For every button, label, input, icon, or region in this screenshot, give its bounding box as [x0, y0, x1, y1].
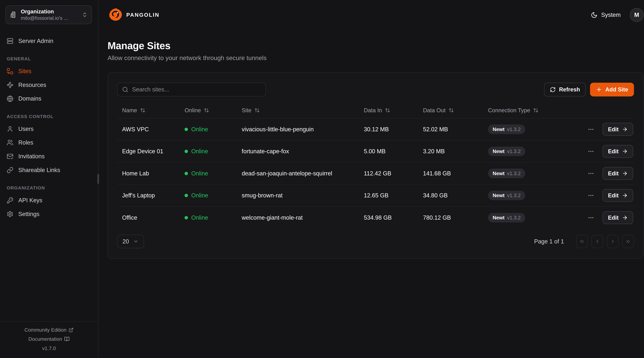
org-selector[interactable]: Organization milo@fossorial.io's ... — [6, 5, 92, 24]
book-open-icon — [64, 336, 70, 342]
search-icon — [122, 86, 128, 93]
chevron-right-icon — [610, 238, 616, 244]
sort-icon — [204, 108, 209, 113]
pangolin-logo-icon — [108, 7, 123, 23]
connection-client: Newt — [493, 193, 505, 198]
connection-badge: Newt v1.3.2 — [488, 169, 525, 178]
sidebar-resize-handle[interactable] — [97, 174, 99, 184]
connection-client: Newt — [493, 127, 505, 132]
row-menu-button[interactable] — [586, 213, 596, 223]
column-header-data-out[interactable]: Data Out — [418, 107, 483, 114]
previous-page-button[interactable] — [592, 235, 603, 248]
combine-icon — [7, 68, 14, 75]
link-icon — [7, 167, 14, 174]
cell-name: Edge Device 01 — [117, 148, 180, 155]
external-link-icon — [68, 328, 74, 333]
online-status-label: Online — [191, 126, 208, 133]
sidebar-item-shareable-links[interactable]: Shareable Links — [3, 163, 95, 177]
row-menu-button[interactable] — [586, 124, 596, 134]
sort-icon — [533, 108, 538, 113]
first-page-button[interactable] — [576, 235, 588, 248]
sidebar-item-users[interactable]: Users — [3, 122, 95, 136]
row-menu-button[interactable] — [586, 190, 596, 200]
sidebar-item-label: Shareable Links — [18, 167, 60, 174]
column-header-site[interactable]: Site — [237, 107, 359, 114]
table-row: Office Online welcome-giant-mole-rat 534… — [117, 207, 634, 229]
arrow-right-icon — [622, 171, 628, 176]
brand-name: PANGOLIN — [126, 12, 160, 18]
row-menu-button[interactable] — [586, 169, 596, 179]
connection-client: Newt — [493, 215, 505, 220]
sidebar-item-label: Roles — [18, 139, 33, 146]
connection-client: Newt — [493, 149, 505, 154]
sidebar-item-label: Domains — [18, 95, 41, 102]
ellipsis-icon — [588, 148, 594, 155]
documentation-link[interactable]: Documentation — [0, 335, 98, 344]
last-page-button[interactable] — [622, 235, 634, 248]
cell-site: vivacious-little-blue-penguin — [237, 126, 359, 133]
cell-data-in: 112.42 GB — [359, 170, 418, 177]
table-header: Name Online Site Data In Data Out — [117, 103, 634, 118]
sidebar-item-resources[interactable]: Resources — [3, 78, 95, 92]
sidebar-item-settings[interactable]: Settings — [3, 207, 95, 221]
chevrons-up-down-icon — [82, 12, 88, 18]
avatar-initial: M — [634, 11, 639, 18]
sidebar-item-domains[interactable]: Domains — [3, 92, 95, 106]
refresh-button[interactable]: Refresh — [544, 83, 586, 96]
sidebar-item-api-keys[interactable]: API Keys — [3, 193, 95, 207]
sort-icon — [140, 108, 146, 113]
ellipsis-icon — [588, 126, 594, 133]
column-header-name[interactable]: Name — [117, 107, 180, 114]
cell-online: Online — [180, 148, 236, 155]
mail-check-icon — [7, 153, 14, 160]
next-page-button[interactable] — [607, 235, 619, 248]
cell-data-in: 12.65 GB — [359, 192, 418, 199]
edit-button[interactable]: Edit — [602, 211, 633, 224]
sidebar-item-label: Server Admin — [18, 38, 53, 44]
cell-data-out: 52.02 MB — [418, 126, 483, 133]
refresh-icon — [550, 87, 556, 92]
sidebar-footer: Community Edition Documentation v1.7.0 — [0, 321, 98, 358]
sidebar-item-roles[interactable]: Roles — [3, 136, 95, 150]
theme-toggle[interactable]: System — [591, 11, 621, 18]
building-icon — [10, 11, 17, 18]
avatar[interactable]: M — [630, 8, 644, 22]
waypoints-icon — [7, 82, 14, 88]
sort-icon — [254, 108, 260, 113]
column-header-connection-type[interactable]: Connection Type — [483, 107, 566, 114]
edit-button[interactable]: Edit — [602, 145, 633, 158]
chevron-down-icon — [133, 239, 138, 244]
brand-logo[interactable]: PANGOLIN — [108, 7, 160, 23]
connection-badge: Newt v1.3.2 — [488, 191, 525, 200]
theme-label: System — [601, 11, 620, 18]
section-label-general: GENERAL — [7, 56, 95, 61]
edit-button[interactable]: Edit — [602, 123, 633, 136]
table-row: Jeff's Laptop Online smug-brown-rat 12.6… — [117, 185, 634, 207]
sidebar-item-server-admin[interactable]: Server Admin — [3, 34, 95, 48]
sidebar-item-invitations[interactable]: Invitations — [3, 150, 95, 163]
section-label-organization: ORGANIZATION — [7, 185, 95, 190]
community-edition-link[interactable]: Community Edition — [0, 326, 98, 335]
ellipsis-icon — [588, 192, 594, 199]
online-status-dot — [184, 128, 188, 131]
column-header-online[interactable]: Online — [180, 107, 236, 114]
row-menu-button[interactable] — [586, 146, 596, 156]
column-header-data-in[interactable]: Data In — [359, 107, 418, 114]
chevron-left-icon — [594, 238, 600, 244]
online-status-dot — [184, 194, 188, 197]
page-size-select[interactable]: 20 — [117, 235, 144, 248]
user-icon — [7, 126, 14, 132]
cell-data-out: 780.12 GB — [418, 214, 483, 221]
online-status-dot — [184, 172, 188, 175]
connection-badge: Newt v1.3.2 — [488, 147, 525, 156]
edit-button[interactable]: Edit — [602, 189, 633, 202]
edit-button[interactable]: Edit — [602, 167, 633, 180]
page-subtitle: Allow connectivity to your network throu… — [108, 54, 644, 61]
sidebar-item-sites[interactable]: Sites — [3, 64, 95, 78]
gear-icon — [7, 211, 14, 217]
arrow-right-icon — [622, 148, 628, 154]
cell-data-in: 5.00 MB — [359, 148, 418, 155]
cell-name: Home Lab — [117, 170, 180, 177]
search-input[interactable] — [132, 86, 261, 93]
add-site-button[interactable]: Add Site — [590, 83, 634, 96]
